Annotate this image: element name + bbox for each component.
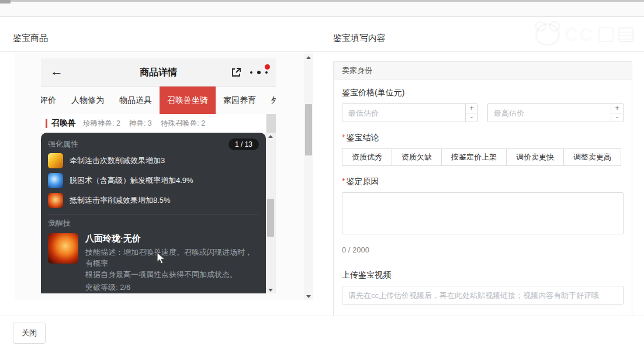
top-chrome-strip [0, 0, 644, 17]
close-button[interactable]: 关闭 [13, 323, 46, 344]
tab-zhaohuanshou-zuoqi[interactable]: 召唤兽坐骑 [160, 86, 216, 114]
outer-scrollbar-thumb[interactable] [305, 104, 312, 155]
upload-video-label: 上传鉴宝视频 [342, 270, 624, 281]
skill-break-level: 突破等级: 2/6 [85, 282, 259, 293]
min-price-field: + - [342, 103, 478, 122]
max-price-field: + - [487, 103, 624, 122]
inner-scrollbar[interactable] [266, 133, 275, 293]
cc-watermark-text: CC [565, 24, 594, 46]
option-an-jiandingjia-shangjia[interactable]: 按鉴定价上架 [441, 148, 507, 166]
tab-waiguan[interactable]: 外观 [264, 86, 276, 114]
required-marker: * [342, 177, 345, 186]
reason-textarea[interactable] [342, 192, 624, 234]
buff-row: 脱困术（含高级）触发概率增加4.9% [48, 171, 259, 191]
cc-watermark-box2-icon [618, 27, 633, 42]
cc-logo-watermark: CC [535, 23, 633, 46]
summon-beast-summary: 召唤兽 珍稀神兽: 2 神兽: 3 特殊召唤兽: 2 [41, 114, 266, 133]
enhance-attr-title: 强化属性 [48, 139, 78, 150]
product-tab-bar: 评价 人物修为 物品道具 召唤兽坐骑 家园养育 外观 [41, 86, 276, 114]
increment-button[interactable]: + [611, 104, 623, 113]
divider [48, 214, 259, 214]
product-detail-mockup: ← 商品详情 评价 人物修为 物品道具 召唤兽坐骑 家园养育 外观 召唤兽 珍稀… [41, 58, 276, 293]
seller-identity-header: 卖家身份 [334, 62, 632, 79]
tab-pingjia[interactable]: 评价 [41, 86, 64, 114]
tab-jiayuan-yangyu[interactable]: 家园养育 [216, 86, 264, 114]
more-menu-icon[interactable] [250, 70, 268, 75]
share-icon[interactable] [230, 67, 242, 78]
decrement-button[interactable]: - [466, 113, 477, 122]
option-tiaozheng-mai-genggao[interactable]: 调整卖更高 [563, 148, 621, 166]
beast-detail-card: 强化属性 1 / 13 牵制连击次数削减效果增加3 脱困术（含高级）触发概率增加… [41, 133, 266, 293]
stat-special-beast: 特殊召唤兽: 2 [161, 119, 205, 129]
footer-divider [0, 316, 644, 316]
buff-row: 牵制连击次数削减效果增加3 [48, 151, 259, 171]
scroll-down-icon[interactable] [304, 293, 313, 300]
required-marker: * [342, 133, 345, 142]
stat-rare-beast: 珍稀神兽: 2 [83, 119, 120, 129]
stat-beast: 神兽: 3 [129, 119, 152, 129]
skill-name: 八面玲珑·无价 [85, 233, 259, 244]
scroll-up-icon[interactable] [304, 54, 313, 61]
skill-description: 技能描述：增加召唤兽速度。召唤或闪现进场时，有概率 根据自身最高一项属性点获得不… [85, 247, 259, 280]
notification-dot [265, 64, 270, 70]
left-column-title: 鉴宝商品 [13, 33, 48, 44]
appraisal-form-panel: 卖家身份 鉴宝价格(单位元) + - + - *鉴宝结论 资质 [333, 61, 632, 316]
option-zizhi-youxiu[interactable]: 资质优秀 [342, 148, 392, 166]
min-price-stepper: + - [465, 104, 477, 122]
buff-row: 抵制连击率削减效果增加8.5% [48, 191, 259, 210]
snowflake-buff-icon [48, 173, 63, 188]
outer-scrollbar[interactable] [304, 54, 313, 300]
reason-label: *鉴定原因 [342, 177, 624, 187]
skill-fire-icon [48, 233, 78, 264]
video-link-input[interactable] [342, 286, 624, 305]
cc-mascot-icon [535, 23, 560, 46]
product-detail-header: ← 商品详情 [41, 58, 276, 86]
pager-badge: 1 / 13 [228, 139, 259, 150]
tab-wupin-daoju[interactable]: 物品道具 [112, 86, 160, 114]
max-price-stepper: + - [611, 104, 623, 122]
min-price-input[interactable] [342, 103, 478, 122]
option-tiaojia-mai-gengkuai[interactable]: 调价卖更快 [506, 148, 564, 166]
conclusion-label: *鉴宝结论 [342, 133, 624, 143]
cc-watermark-box-icon [598, 27, 614, 42]
conclusion-options-group: 资质优秀 资质欠缺 按鉴定价上架 调价卖更快 调整卖更高 [342, 148, 621, 166]
option-zizhi-qianque[interactable]: 资质欠缺 [392, 148, 442, 166]
inner-scrollbar-thumb[interactable] [267, 199, 274, 237]
decrement-button[interactable]: - [611, 113, 623, 122]
char-counter: 0 / 2000 [342, 245, 624, 254]
section-marker [46, 119, 47, 128]
awaken-skill-title: 觉醒技 [48, 218, 259, 229]
scroll-down-icon[interactable] [266, 286, 275, 293]
scrollbar-gutter [266, 114, 276, 133]
appraisal-product-preview: ← 商品详情 评价 人物修为 物品道具 召唤兽坐骑 家园养育 外观 召唤兽 珍稀… [15, 52, 313, 300]
scroll-up-icon[interactable] [266, 133, 275, 140]
awaken-skill-block: 八面玲珑·无价 技能描述：增加召唤兽速度。召唤或闪现进场时，有概率 根据自身最高… [48, 233, 259, 293]
price-label: 鉴宝价格(单位元) [342, 88, 624, 98]
summon-beast-heading: 召唤兽 [51, 118, 76, 129]
fireball-buff-icon [48, 193, 63, 208]
tab-renwu-xiuwei[interactable]: 人物修为 [64, 86, 112, 114]
price-inputs-row: + - + - [342, 103, 624, 122]
max-price-input[interactable] [487, 103, 624, 122]
right-column-title: 鉴宝填写内容 [333, 33, 386, 44]
lightning-buff-icon [48, 153, 63, 168]
increment-button[interactable]: + [466, 104, 477, 113]
